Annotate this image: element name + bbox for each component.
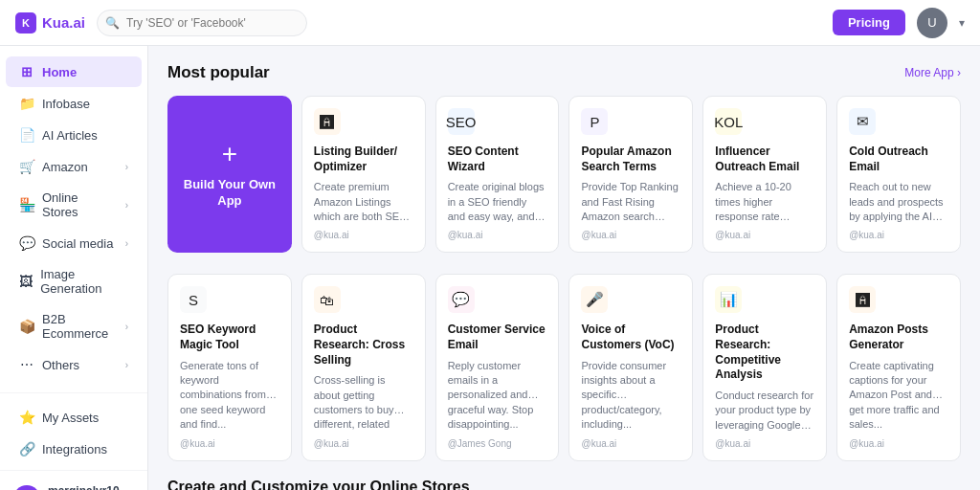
card-desc: Achieve a 10-20 times higher response ra… (715, 180, 814, 224)
search-icon: 🔍 (105, 16, 120, 30)
popular-card2-0[interactable]: S SEO Keyword Magic Tool Generate tons o… (167, 274, 292, 461)
card-title: Amazon Posts Generator (849, 323, 948, 352)
popular-card-4[interactable]: ✉ Cold Outreach Email Reach out to new l… (836, 96, 961, 253)
card-desc: Provide consumer insights about a specif… (581, 359, 680, 433)
sidebar-label-amazon: Amazon (42, 160, 88, 174)
card-author: @kua.ai (849, 438, 948, 449)
card-desc: Create captivating captions for your Ama… (849, 359, 948, 433)
popular-title: Most popular (167, 63, 270, 82)
card-icon: S (180, 286, 207, 313)
popular-card-2[interactable]: P Popular Amazon Search Terms Provide To… (568, 96, 693, 253)
card-icon-row: 🅰 (314, 108, 413, 135)
chevron-icon: › (125, 360, 128, 370)
sidebar-label-home: Home (42, 65, 77, 79)
popular-card-0[interactable]: 🅰 Listing Builder/ Optimizer Create prem… (301, 96, 426, 253)
sidebar-item-integrations[interactable]: 🔗 Integrations (6, 434, 142, 464)
card-author: @kua.ai (581, 438, 680, 449)
sidebar-item-b2b[interactable]: 📦 B2B Ecommerce › (6, 304, 142, 348)
build-own-app-card[interactable]: + Build Your Own App (167, 96, 292, 253)
user-avatar-button[interactable]: U (917, 8, 947, 38)
card-title: Product Research: Cross Selling (314, 323, 413, 368)
main-layout: ⊞ Home 📁 Infobase 📄 AI Articles 🛒 Amazon… (0, 46, 980, 490)
sidebar-label-b2b: B2B Ecommerce (42, 312, 118, 341)
card-desc: Reply customer emails in a personalized … (448, 359, 547, 433)
online-stores-title: Create and Customize your Online Stores (167, 479, 961, 490)
card-icon-row: 🅰 (849, 286, 948, 313)
sidebar-item-home[interactable]: ⊞ Home (6, 56, 142, 87)
sidebar-item-image-gen[interactable]: 🖼 Image Generation (6, 259, 142, 303)
card-title: SEO Keyword Magic Tool (180, 323, 279, 352)
sidebar-item-my-assets[interactable]: ⭐ My Assets (6, 402, 142, 433)
image-gen-icon: 🖼 (19, 274, 33, 289)
card-title: Voice of Customers (VoC) (581, 323, 680, 352)
card-icon: KOL (715, 108, 742, 135)
sidebar-label-online-stores: Online Stores (42, 190, 118, 219)
chevron-icon: › (125, 162, 128, 172)
sidebar-label-infobase: Infobase (42, 97, 90, 111)
more-app-link[interactable]: More App › (904, 66, 961, 79)
sidebar-item-label: Integrations (42, 442, 107, 457)
popular-section-header: Most popular More App › (167, 63, 961, 82)
card-author: @kua.ai (849, 230, 948, 240)
pricing-button[interactable]: Pricing (833, 10, 905, 35)
card-title: Product Research: Competitive Analysis (715, 323, 814, 382)
card-author: @kua.ai (715, 438, 814, 449)
card-icon: 🛍 (314, 286, 341, 313)
popular-card2-4[interactable]: 📊 Product Research: Competitive Analysis… (702, 274, 827, 461)
card-desc: Cross-selling is about getting customers… (314, 373, 413, 433)
card-author: @kua.ai (180, 438, 279, 449)
user-info: marginalvr10 Free (48, 484, 120, 490)
popular-card2-1[interactable]: 🛍 Product Research: Cross Selling Cross-… (301, 274, 426, 461)
sidebar-item-online-stores[interactable]: 🏪 Online Stores › (6, 183, 142, 227)
topnav: K Kua.ai 🔍 Pricing U ▾ (0, 0, 980, 46)
sidebar-item-others[interactable]: ⋯ Others › (6, 349, 142, 380)
card-icon-row: 💬 (448, 286, 547, 313)
my-assets-icon: ⭐ (19, 410, 34, 425)
card-desc: Conduct research for your product type b… (715, 389, 814, 433)
popular-card-3[interactable]: KOL Influencer Outreach Email Achieve a … (702, 96, 827, 253)
card-title: Influencer Outreach Email (715, 145, 814, 174)
logo-icon: K (15, 12, 36, 33)
chevron-icon: › (125, 238, 128, 249)
card-icon: ✉ (849, 108, 876, 135)
card-desc: Provide Top Ranking and Fast Rising Amaz… (581, 180, 680, 224)
others-icon: ⋯ (19, 357, 34, 372)
popular-card2-3[interactable]: 🎤 Voice of Customers (VoC) Provide consu… (568, 274, 693, 461)
user-row[interactable]: MA marginalvr10 Free ⇅ (0, 477, 147, 490)
popular-card-1[interactable]: SEO SEO Content Wizard Create original b… (435, 96, 560, 253)
card-title: Customer Service Email (448, 323, 547, 352)
card-icon-row: SEO (448, 108, 547, 135)
card-icon: 🅰 (314, 108, 341, 135)
card-icon-row: S (180, 286, 279, 313)
card-desc: Generate tons of keyword combinations fr… (180, 359, 279, 433)
sidebar-bottom: ⭐ My Assets 🔗 Integrations MA marginalvr… (0, 392, 147, 490)
popular-card2-2[interactable]: 💬 Customer Service Email Reply customer … (435, 274, 560, 461)
card-icon: 📊 (715, 286, 742, 313)
card-title: SEO Content Wizard (448, 145, 547, 174)
card-icon-row: ✉ (849, 108, 948, 135)
card-icon: 🎤 (581, 286, 608, 313)
card-title: Popular Amazon Search Terms (581, 145, 680, 174)
search-input[interactable] (97, 10, 307, 36)
card-icon-row: KOL (715, 108, 814, 135)
sidebar-divider2 (0, 470, 147, 471)
popular-cards-row2: S SEO Keyword Magic Tool Generate tons o… (167, 274, 961, 461)
ai-articles-icon: 📄 (19, 127, 34, 143)
popular-cards-row1: + Build Your Own App 🅰 Listing Builder/ … (167, 96, 961, 253)
sidebar: ⊞ Home 📁 Infobase 📄 AI Articles 🛒 Amazon… (0, 46, 148, 490)
user-chevron-icon[interactable]: ▾ (959, 16, 965, 30)
card-desc: Reach out to new leads and prospects by … (849, 180, 948, 224)
hero-label: Build Your Own App (183, 177, 277, 210)
sidebar-item-infobase[interactable]: 📁 Infobase (6, 88, 142, 119)
logo[interactable]: K Kua.ai (15, 12, 85, 33)
card-icon-row: 📊 (715, 286, 814, 313)
plus-icon: + (222, 139, 237, 169)
sidebar-item-amazon[interactable]: 🛒 Amazon › (6, 151, 142, 182)
home-icon: ⊞ (19, 64, 34, 79)
logo-text: Kua.ai (42, 14, 85, 31)
sidebar-item-social-media[interactable]: 💬 Social media › (6, 228, 142, 258)
b2b-icon: 📦 (19, 319, 34, 334)
sidebar-item-ai-articles[interactable]: 📄 AI Articles (6, 120, 142, 150)
user-avatar: MA (13, 485, 40, 491)
popular-card2-5[interactable]: 🅰 Amazon Posts Generator Create captivat… (836, 274, 961, 461)
